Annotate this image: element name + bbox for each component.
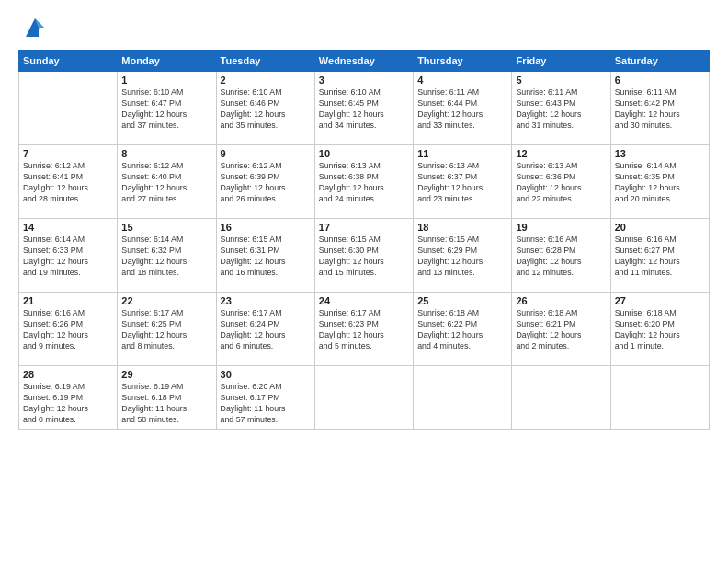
day-number: 25 (417, 295, 507, 306)
day-number: 14 (23, 222, 113, 233)
day-cell: 22Sunrise: 6:17 AM Sunset: 6:25 PM Dayli… (118, 293, 216, 366)
week-row-2: 7Sunrise: 6:12 AM Sunset: 6:41 PM Daylig… (19, 145, 710, 219)
day-cell: 21Sunrise: 6:16 AM Sunset: 6:26 PM Dayli… (19, 293, 118, 366)
day-info: Sunrise: 6:13 AM Sunset: 6:37 PM Dayligh… (417, 161, 507, 205)
week-row-5: 28Sunrise: 6:19 AM Sunset: 6:19 PM Dayli… (19, 366, 710, 430)
day-cell: 5Sunrise: 6:11 AM Sunset: 6:43 PM Daylig… (512, 72, 610, 145)
day-cell: 9Sunrise: 6:12 AM Sunset: 6:39 PM Daylig… (216, 145, 314, 219)
day-cell: 27Sunrise: 6:18 AM Sunset: 6:20 PM Dayli… (610, 293, 709, 366)
day-cell: 15Sunrise: 6:14 AM Sunset: 6:32 PM Dayli… (118, 219, 216, 293)
day-number: 18 (417, 222, 507, 233)
header (18, 15, 710, 40)
day-cell: 2Sunrise: 6:10 AM Sunset: 6:46 PM Daylig… (216, 72, 314, 145)
day-cell (314, 366, 413, 430)
day-number: 1 (121, 75, 211, 86)
calendar-table: SundayMondayTuesdayWednesdayThursdayFrid… (18, 50, 710, 430)
day-cell: 26Sunrise: 6:18 AM Sunset: 6:21 PM Dayli… (512, 293, 610, 366)
day-info: Sunrise: 6:15 AM Sunset: 6:29 PM Dayligh… (417, 235, 507, 279)
day-cell: 7Sunrise: 6:12 AM Sunset: 6:41 PM Daylig… (19, 145, 118, 219)
day-number: 2 (221, 75, 311, 86)
day-cell (512, 366, 610, 430)
day-cell: 8Sunrise: 6:12 AM Sunset: 6:40 PM Daylig… (118, 145, 216, 219)
day-info: Sunrise: 6:18 AM Sunset: 6:20 PM Dayligh… (615, 308, 705, 352)
day-number: 27 (615, 295, 705, 306)
day-number: 5 (516, 75, 606, 86)
day-number: 9 (221, 148, 311, 159)
day-cell: 1Sunrise: 6:10 AM Sunset: 6:47 PM Daylig… (118, 72, 216, 145)
weekday-thursday: Thursday (414, 51, 512, 72)
day-cell: 18Sunrise: 6:15 AM Sunset: 6:29 PM Dayli… (414, 219, 512, 293)
day-info: Sunrise: 6:19 AM Sunset: 6:18 PM Dayligh… (121, 382, 211, 426)
day-number: 16 (221, 222, 311, 233)
day-number: 29 (121, 369, 211, 380)
logo-icon (22, 15, 48, 40)
day-info: Sunrise: 6:14 AM Sunset: 6:35 PM Dayligh… (615, 161, 705, 205)
day-cell: 28Sunrise: 6:19 AM Sunset: 6:19 PM Dayli… (19, 366, 118, 430)
day-cell: 19Sunrise: 6:16 AM Sunset: 6:28 PM Dayli… (512, 219, 610, 293)
weekday-wednesday: Wednesday (314, 51, 413, 72)
day-number: 26 (516, 295, 606, 306)
day-cell: 13Sunrise: 6:14 AM Sunset: 6:35 PM Dayli… (610, 145, 709, 219)
day-info: Sunrise: 6:20 AM Sunset: 6:17 PM Dayligh… (221, 382, 311, 426)
week-row-3: 14Sunrise: 6:14 AM Sunset: 6:33 PM Dayli… (19, 219, 710, 293)
day-cell: 11Sunrise: 6:13 AM Sunset: 6:37 PM Dayli… (414, 145, 512, 219)
day-info: Sunrise: 6:16 AM Sunset: 6:28 PM Dayligh… (516, 235, 606, 279)
day-cell: 3Sunrise: 6:10 AM Sunset: 6:45 PM Daylig… (314, 72, 413, 145)
day-cell: 24Sunrise: 6:17 AM Sunset: 6:23 PM Dayli… (314, 293, 413, 366)
day-info: Sunrise: 6:12 AM Sunset: 6:41 PM Dayligh… (23, 161, 113, 205)
day-info: Sunrise: 6:13 AM Sunset: 6:36 PM Dayligh… (516, 161, 606, 205)
day-number: 17 (319, 222, 409, 233)
day-number: 11 (417, 148, 507, 159)
day-number: 6 (615, 75, 705, 86)
day-number: 10 (319, 148, 409, 159)
weekday-tuesday: Tuesday (216, 51, 314, 72)
day-info: Sunrise: 6:16 AM Sunset: 6:27 PM Dayligh… (615, 235, 705, 279)
day-number: 28 (23, 369, 113, 380)
day-number: 4 (417, 75, 507, 86)
week-row-1: 1Sunrise: 6:10 AM Sunset: 6:47 PM Daylig… (19, 72, 710, 145)
weekday-sunday: Sunday (19, 51, 118, 72)
day-cell: 23Sunrise: 6:17 AM Sunset: 6:24 PM Dayli… (216, 293, 314, 366)
day-number: 24 (319, 295, 409, 306)
day-cell: 29Sunrise: 6:19 AM Sunset: 6:18 PM Dayli… (118, 366, 216, 430)
page: SundayMondayTuesdayWednesdayThursdayFrid… (0, 0, 728, 563)
day-info: Sunrise: 6:14 AM Sunset: 6:32 PM Dayligh… (121, 235, 211, 279)
day-cell: 30Sunrise: 6:20 AM Sunset: 6:17 PM Dayli… (216, 366, 314, 430)
day-cell: 12Sunrise: 6:13 AM Sunset: 6:36 PM Dayli… (512, 145, 610, 219)
day-cell (414, 366, 512, 430)
logo (18, 15, 48, 40)
day-number: 15 (121, 222, 211, 233)
day-number: 13 (615, 148, 705, 159)
day-number: 12 (516, 148, 606, 159)
day-info: Sunrise: 6:16 AM Sunset: 6:26 PM Dayligh… (23, 308, 113, 352)
weekday-saturday: Saturday (610, 51, 709, 72)
weekday-header-row: SundayMondayTuesdayWednesdayThursdayFrid… (19, 51, 710, 72)
day-info: Sunrise: 6:14 AM Sunset: 6:33 PM Dayligh… (23, 235, 113, 279)
day-info: Sunrise: 6:12 AM Sunset: 6:40 PM Dayligh… (121, 161, 211, 205)
day-cell: 17Sunrise: 6:15 AM Sunset: 6:30 PM Dayli… (314, 219, 413, 293)
weekday-friday: Friday (512, 51, 610, 72)
day-info: Sunrise: 6:15 AM Sunset: 6:30 PM Dayligh… (319, 235, 409, 279)
day-cell (19, 72, 118, 145)
day-number: 22 (121, 295, 211, 306)
day-number: 19 (516, 222, 606, 233)
day-cell: 6Sunrise: 6:11 AM Sunset: 6:42 PM Daylig… (610, 72, 709, 145)
day-cell: 20Sunrise: 6:16 AM Sunset: 6:27 PM Dayli… (610, 219, 709, 293)
day-number: 8 (121, 148, 211, 159)
day-info: Sunrise: 6:17 AM Sunset: 6:23 PM Dayligh… (319, 308, 409, 352)
day-info: Sunrise: 6:17 AM Sunset: 6:25 PM Dayligh… (121, 308, 211, 352)
day-info: Sunrise: 6:11 AM Sunset: 6:42 PM Dayligh… (615, 87, 705, 132)
day-number: 3 (319, 75, 409, 86)
day-number: 23 (221, 295, 311, 306)
day-info: Sunrise: 6:11 AM Sunset: 6:44 PM Dayligh… (417, 87, 507, 132)
weekday-monday: Monday (118, 51, 216, 72)
day-cell: 16Sunrise: 6:15 AM Sunset: 6:31 PM Dayli… (216, 219, 314, 293)
week-row-4: 21Sunrise: 6:16 AM Sunset: 6:26 PM Dayli… (19, 293, 710, 366)
day-info: Sunrise: 6:19 AM Sunset: 6:19 PM Dayligh… (23, 382, 113, 426)
day-number: 30 (221, 369, 311, 380)
day-info: Sunrise: 6:18 AM Sunset: 6:21 PM Dayligh… (516, 308, 606, 352)
day-cell (610, 366, 709, 430)
day-number: 21 (23, 295, 113, 306)
day-info: Sunrise: 6:11 AM Sunset: 6:43 PM Dayligh… (516, 87, 606, 132)
day-info: Sunrise: 6:12 AM Sunset: 6:39 PM Dayligh… (221, 161, 311, 205)
